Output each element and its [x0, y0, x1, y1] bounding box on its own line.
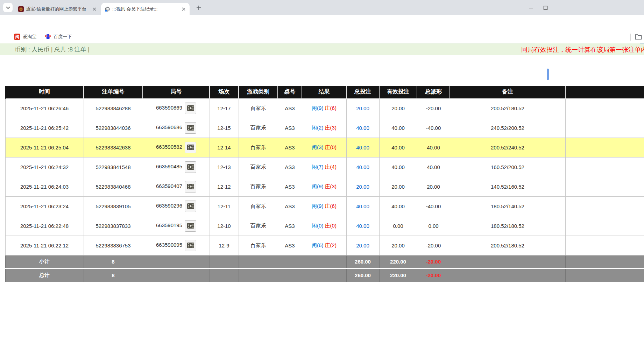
tab-title: 通宝-信誉最好的网上游戏平台 [26, 6, 89, 12]
round-number: 663590195 [156, 222, 182, 228]
video-replay-button[interactable] [185, 142, 196, 153]
cell-session: 12-11 [210, 196, 239, 216]
cell-filler [565, 118, 644, 138]
video-replay-button[interactable] [185, 103, 196, 114]
table-row: 2025-11-21 06:26:46522983846288663590869… [5, 98, 644, 118]
bookmarks-folder-button[interactable] [635, 33, 642, 42]
cell-valid-bet: 20.00 [379, 177, 417, 196]
cell-table-no: AS3 [278, 236, 302, 255]
column-header: 总派彩 [417, 86, 450, 98]
cell-bet-id: 522983846288 [84, 98, 143, 118]
video-replay-button[interactable] [185, 161, 196, 173]
cell-bet-id: 522983836753 [84, 236, 143, 255]
cell-remark: 240.52/200.52 [450, 118, 565, 138]
video-thumbnail-icon [187, 183, 194, 190]
cell-result: 闲(7) 庄(4) [302, 157, 346, 177]
result-banker: 庄(3) [325, 183, 337, 189]
table-row: 2025-11-21 06:24:32522983841548663590485… [5, 157, 644, 177]
cell-round: 663590485 [143, 157, 210, 177]
column-header: 注单编号 [84, 86, 143, 98]
summary-count: 8 [84, 268, 143, 282]
browser-tab-betrecord[interactable]: :::视讯 会员下注纪录::: [101, 3, 190, 15]
cell-remark: 200.52/180.52 [450, 236, 565, 255]
total-bet-link[interactable]: 20.00 [356, 243, 369, 248]
round-number: 663590485 [156, 163, 182, 169]
cell-game-type: 百家乐 [239, 216, 278, 236]
cell-time: 2025-11-21 06:22:12 [5, 236, 84, 255]
cell-game-type: 百家乐 [239, 138, 278, 157]
result-banker: 庄(4) [325, 164, 337, 170]
cell-payout: 40.00 [417, 138, 450, 157]
cell-total-bet: 40.00 [346, 138, 379, 157]
bookmark-label: 百度一下 [54, 34, 72, 40]
total-bet-link[interactable]: 40.00 [356, 125, 369, 131]
cell-remark: 140.52/160.52 [450, 177, 565, 196]
result-player: 闲(7) [312, 164, 323, 170]
table-row: 2025-11-21 06:25:42522983844036663590686… [5, 118, 644, 138]
cell-bet-id: 522983840468 [84, 177, 143, 196]
cell-valid-bet: 0.00 [379, 216, 417, 236]
video-replay-button[interactable] [185, 181, 196, 192]
result-player: 闲(9) [312, 105, 323, 111]
cell-session: 12-10 [210, 216, 239, 236]
cell-time: 2025-11-21 06:25:42 [5, 118, 84, 138]
maximize-icon [543, 6, 548, 10]
video-thumbnail-icon [187, 125, 194, 131]
video-replay-button[interactable] [185, 240, 196, 251]
total-bet-link[interactable]: 40.00 [356, 203, 369, 209]
window-maximize-button[interactable] [542, 5, 549, 11]
video-replay-button[interactable] [185, 122, 196, 134]
cell-result: 闲(9) 庄(3) [302, 177, 346, 196]
valid-bet-notice-text: 同局有效投注，统一计算在该局第一张注单内 [521, 46, 644, 54]
tab-search-button[interactable] [3, 3, 13, 12]
cell-session: 12-15 [210, 118, 239, 138]
cell-payout: -40.00 [417, 196, 450, 216]
bookmark-baidu[interactable]: 百度一下 [45, 34, 72, 40]
new-tab-button[interactable] [194, 4, 203, 12]
close-tab-icon[interactable] [181, 6, 187, 12]
cell-round: 663590296 [143, 196, 210, 216]
video-replay-button[interactable] [185, 220, 196, 232]
video-thumbnail-icon [187, 242, 194, 248]
window-minimize-button[interactable] [528, 5, 535, 11]
currency-summary-text: 币别 : 人民币 | 总共 :8 注单 | [15, 46, 90, 54]
summary-empty [143, 255, 210, 268]
cell-total-bet: 20.00 [346, 236, 379, 255]
scrollbar-thumb[interactable] [547, 69, 549, 80]
result-player: 闲(0) [312, 223, 323, 229]
cell-filler [565, 268, 644, 282]
cell-valid-bet: 40.00 [379, 196, 417, 216]
total-bet-link[interactable]: 40.00 [356, 164, 369, 170]
cell-result: 闲(0) 庄(0) [302, 216, 346, 236]
total-bet-link[interactable]: 40.00 [356, 145, 369, 150]
table-row: 2025-11-21 06:22:48522983837833663590195… [5, 216, 644, 236]
cell-result: 闲(6) 庄(2) [302, 236, 346, 255]
total-bet-link[interactable]: 20.00 [356, 184, 369, 190]
round-number: 663590407 [156, 183, 182, 189]
minimize-icon [529, 6, 533, 10]
cell-filler [565, 236, 644, 255]
cell-table-no: AS3 [278, 216, 302, 236]
total-bet-link[interactable]: 40.00 [356, 223, 369, 229]
summary-valid-bet: 220.00 [379, 268, 417, 282]
total-bet-link[interactable]: 20.00 [356, 105, 369, 111]
cell-remark: 200.52/240.52 [450, 138, 565, 157]
cell-game-type: 百家乐 [239, 236, 278, 255]
cell-session: 12-17 [210, 98, 239, 118]
cell-filler [565, 138, 644, 157]
result-banker: 庄(0) [325, 223, 337, 229]
cell-game-type: 百家乐 [239, 118, 278, 138]
cell-total-bet: 40.00 [346, 118, 379, 138]
video-replay-button[interactable] [185, 201, 196, 212]
cell-valid-bet: 20.00 [379, 236, 417, 255]
table-head: 时间注单编号局号场次游戏类别桌号结果总投注有效投注总派彩备注 [5, 86, 644, 98]
result-player: 闲(3) [312, 144, 323, 150]
close-tab-icon[interactable] [91, 6, 98, 12]
cell-payout: 20.00 [417, 177, 450, 196]
tab-title: :::视讯 会员下注纪录::: [112, 6, 178, 12]
bookmark-aitaobao[interactable]: 淘 爱淘宝 [14, 34, 36, 40]
cell-filler [565, 98, 644, 118]
cell-game-type: 百家乐 [239, 177, 278, 196]
browser-tab-tongbao[interactable]: 通宝-信誉最好的网上游戏平台 [15, 3, 100, 15]
column-header: 备注 [450, 86, 565, 98]
